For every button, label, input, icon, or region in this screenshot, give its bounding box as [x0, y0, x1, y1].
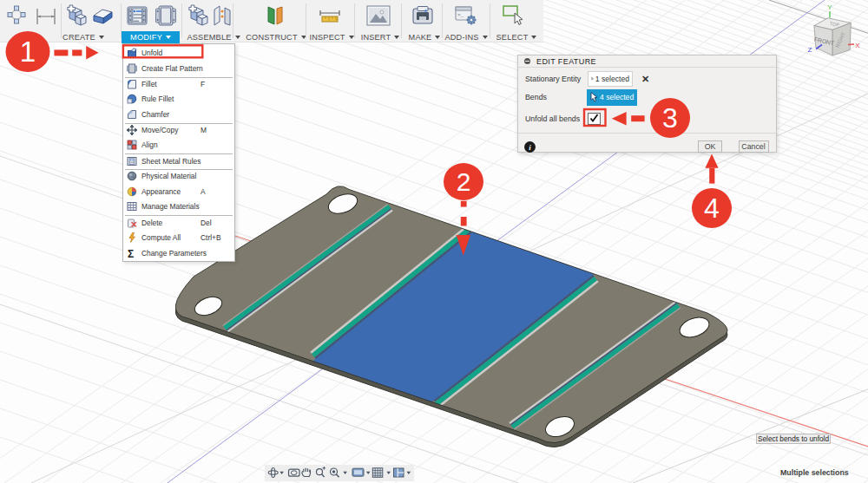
- svg-text:>_: >_: [457, 12, 464, 18]
- svg-text:X: X: [855, 42, 860, 49]
- svg-text:Z: Z: [808, 46, 812, 54]
- svg-text:Σ: Σ: [128, 248, 134, 258]
- svg-text:Y: Y: [827, 3, 832, 11]
